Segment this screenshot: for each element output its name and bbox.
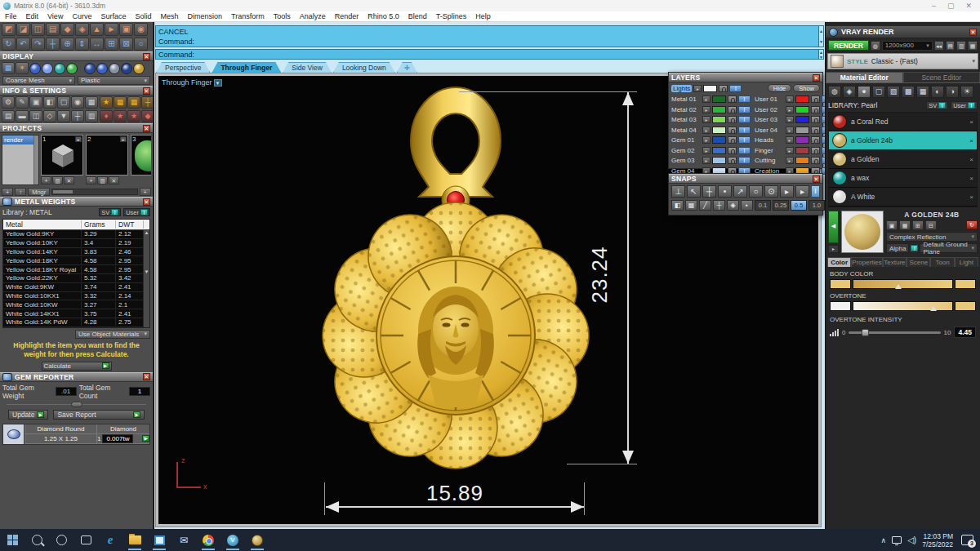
layer-toggle[interactable]: I xyxy=(738,157,751,164)
curve-tool-icon[interactable]: ↻ xyxy=(2,38,16,51)
table-row[interactable]: Yellow Gold:10KY 3.4 2.19 xyxy=(3,239,149,248)
layer-row[interactable]: Metal 01 ▸ I xyxy=(671,95,751,104)
material-list-item[interactable]: a Coral Red × xyxy=(829,113,977,131)
lock-icon[interactable] xyxy=(811,116,820,123)
close-button[interactable]: ✕ xyxy=(965,2,972,10)
modeling-tool-icon[interactable]: ▲ xyxy=(90,23,104,36)
tab-looking-down[interactable]: Looking Down xyxy=(333,62,395,73)
increment-0.25[interactable]: 0.25 xyxy=(773,200,789,211)
material-load-icon[interactable]: ▦ xyxy=(899,220,911,230)
layer-menu-icon[interactable]: ▸ xyxy=(786,157,794,164)
settings-tool-icon[interactable]: ▣ xyxy=(29,96,42,109)
settings-tool-icon[interactable]: ▼ xyxy=(57,110,70,122)
layer-menu-icon[interactable]: ▸ xyxy=(693,85,702,92)
material-paste-icon[interactable]: ⊟ xyxy=(925,220,937,230)
layer-color-swatch[interactable] xyxy=(712,96,726,103)
menu-item[interactable]: View xyxy=(47,12,63,20)
material-sphere-icon[interactable] xyxy=(96,63,108,74)
mesh-quality-select[interactable]: Coarse Mesh xyxy=(2,76,75,85)
minimize-button[interactable]: – xyxy=(932,2,936,10)
show-button[interactable]: Show xyxy=(793,84,820,92)
tab-properties[interactable]: Properties xyxy=(851,257,882,267)
tab-material-editor[interactable]: Material Editor xyxy=(826,72,903,82)
layer-color-swatch[interactable] xyxy=(795,127,809,134)
body-color-swatch[interactable] xyxy=(830,279,851,289)
project-add-button[interactable]: + xyxy=(2,188,13,196)
settings-tool-icon[interactable]: ▥ xyxy=(85,110,98,122)
project-expand-button[interactable]: + xyxy=(140,188,151,196)
layer-toggle[interactable]: I xyxy=(738,116,751,123)
menu-item[interactable]: Curve xyxy=(72,12,91,20)
snap-option-icon[interactable]: ▪ xyxy=(741,200,753,211)
layer-toggle[interactable]: I xyxy=(738,147,751,154)
layer-menu-icon[interactable]: ▸ xyxy=(786,106,794,113)
sv-toggle[interactable]: SVI xyxy=(99,208,121,216)
curve-tool-icon[interactable]: ⊕ xyxy=(60,38,74,51)
gold-tool-icon[interactable]: ▦ xyxy=(114,96,127,109)
project-slot-canvas[interactable]: 1 ▸ xyxy=(41,135,83,176)
matrix-taskbar-icon[interactable] xyxy=(245,529,270,551)
project-slot-canvas[interactable]: 2 ▸ xyxy=(86,135,128,176)
layer-color-swatch[interactable] xyxy=(795,96,809,103)
increment-1.0[interactable]: 1.0 xyxy=(808,200,825,211)
slot-menu-icon[interactable]: ▸ xyxy=(75,136,82,142)
layer-menu-icon[interactable]: ▸ xyxy=(702,147,710,154)
volume-icon[interactable]: ◁) xyxy=(907,535,916,544)
gold-tool-icon[interactable]: ★ xyxy=(100,96,113,109)
layer-row[interactable]: Gem 01 ▸ I xyxy=(671,136,751,144)
material-type-icon[interactable]: ◍ xyxy=(828,86,841,98)
layer-row[interactable]: User 04 ▸ I xyxy=(755,126,834,135)
edge-icon[interactable]: e xyxy=(98,529,122,551)
settings-tool-icon[interactable]: ▢ xyxy=(57,96,70,109)
menu-item[interactable]: T-Splines xyxy=(436,12,467,20)
gold-tool-icon[interactable]: ▦ xyxy=(127,96,140,109)
maximize-button[interactable]: ▢ xyxy=(947,2,955,10)
slot-delete-button[interactable]: ✕ xyxy=(109,176,119,184)
tab-light[interactable]: Light xyxy=(955,257,978,267)
settings-tool-icon[interactable]: ◇ xyxy=(43,110,56,122)
ghosted-sphere-icon[interactable] xyxy=(42,63,53,74)
settings-tool-icon[interactable]: ▤ xyxy=(2,110,15,122)
ground-plane-select[interactable]: Default Ground Plane xyxy=(920,243,978,253)
modeling-tool-icon[interactable]: ▣ xyxy=(119,23,133,36)
material-sphere-icon[interactable] xyxy=(109,63,120,74)
viewport-label[interactable]: Through Finger▼ xyxy=(162,78,222,87)
preview-back-button[interactable]: ◀ xyxy=(828,211,839,243)
modeling-tool-icon[interactable]: ▤ xyxy=(46,23,60,36)
material-type-icon[interactable]: ▦ xyxy=(916,86,929,98)
layer-toggle[interactable]: I xyxy=(738,127,751,134)
tab-side-view[interactable]: Side View xyxy=(283,62,332,73)
layer-menu-icon[interactable]: ▸ xyxy=(702,96,710,103)
lock-icon[interactable] xyxy=(728,127,737,134)
remove-material-icon[interactable]: × xyxy=(969,137,973,144)
environment-sphere-icon[interactable] xyxy=(54,63,65,74)
color-tool-icon[interactable]: ★ xyxy=(114,110,127,122)
layer-row[interactable]: Heads ▸ I xyxy=(755,136,834,144)
modeling-tool-icon[interactable]: ◉ xyxy=(134,23,148,36)
menu-item[interactable]: Surface xyxy=(100,12,126,20)
lock-icon[interactable] xyxy=(728,136,737,144)
lock-icon[interactable] xyxy=(728,106,737,113)
tab-perspective[interactable]: Perspective xyxy=(156,62,210,73)
material-type-icon[interactable]: ◈ xyxy=(843,86,856,98)
menu-item[interactable]: Help xyxy=(475,12,491,20)
snap-mode-icon[interactable]: ⊥ xyxy=(671,185,685,198)
slot-menu-icon[interactable]: ▸ xyxy=(120,136,127,142)
layer-color-swatch[interactable] xyxy=(795,106,809,113)
slot-add-button[interactable]: + xyxy=(41,176,51,184)
settings-tool-icon[interactable]: ▬ xyxy=(16,110,29,122)
menu-item[interactable]: Rhino 5.0 xyxy=(368,12,399,20)
overtone-swatch[interactable] xyxy=(830,301,851,311)
snap-option-icon[interactable]: ╱ xyxy=(699,200,711,211)
alpha-toggle[interactable]: I xyxy=(911,245,918,251)
table-scrollbar[interactable]: ▲▼ xyxy=(143,230,149,327)
color-tool-icon[interactable]: ◆ xyxy=(141,110,154,122)
close-icon[interactable]: ✕ xyxy=(143,198,150,206)
pause-icon[interactable]: ◂◂ xyxy=(934,41,944,51)
layer-color-swatch[interactable] xyxy=(703,85,717,92)
table-row[interactable]: White Gold:9KW 3.74 2.41 xyxy=(3,283,149,292)
user-toggle[interactable]: UserI xyxy=(951,101,978,109)
start-button[interactable] xyxy=(0,529,24,551)
project-slot-canvas[interactable]: 3 xyxy=(131,135,151,176)
file-explorer-icon[interactable] xyxy=(122,529,147,551)
